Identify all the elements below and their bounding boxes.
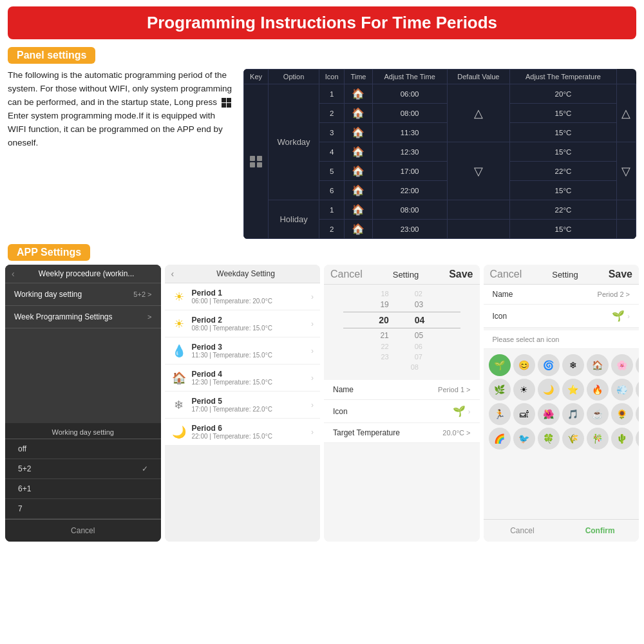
period5-chevron: › [311, 401, 314, 410]
icon-option-18[interactable]: ☕ [587, 403, 609, 425]
name-label: Name [333, 385, 354, 394]
s4-name-label: Name [493, 290, 513, 299]
icon-option-13[interactable]: 🌊 [636, 379, 639, 401]
week-prog-value: > [147, 313, 151, 321]
col-time: Time [345, 70, 372, 84]
period1-icon: ☀ [171, 290, 187, 304]
screen3-header: Cancel Setting Save [324, 265, 480, 285]
icon-option-14[interactable]: 🏃 [489, 403, 511, 425]
screen4-confirm-btn[interactable]: Confirm [561, 520, 639, 542]
period6-item[interactable]: 🌙 Period 6 22:00 | Temperature: 15.0°C › [165, 419, 321, 446]
icon-option-26[interactable]: 🌵 [611, 428, 633, 450]
icon-field[interactable]: Icon 🌱 › [324, 400, 480, 423]
setting-fields: Name Period 1 > Icon 🌱 › Target Temperat… [324, 380, 480, 443]
target-temp-label: Target Temperature [333, 428, 400, 437]
icon-option-3[interactable]: ❄ [562, 354, 584, 376]
period3-item[interactable]: 💧 Period 3 11:30 | Temperature: 15.0°C › [165, 337, 321, 365]
option-6plus1[interactable]: 6+1 [5, 479, 161, 499]
screen3-cancel[interactable]: Cancel [330, 269, 363, 280]
option-7[interactable]: 7 [5, 499, 161, 519]
icon-chevron: › [468, 408, 471, 415]
period3-name: Period 3 [192, 343, 307, 352]
col-key: Key [244, 70, 269, 84]
icon-option-23[interactable]: 🍀 [538, 428, 560, 450]
time-row-23: 2307 [324, 352, 480, 362]
icon-option-7[interactable]: 🌿 [489, 379, 511, 401]
period3-icon: 💧 [171, 344, 187, 358]
time-row-22: 2206 [324, 341, 480, 352]
icon-option-5[interactable]: 🌸 [611, 354, 633, 376]
screen4-cancel-btn[interactable]: Cancel [484, 520, 562, 542]
icon-please-text: Please select an icon [484, 330, 639, 349]
cancel-button[interactable]: Cancel [5, 519, 161, 542]
adjust-down: ▽ [447, 142, 510, 200]
icon-option-24[interactable]: 🌾 [562, 428, 584, 450]
s4-name-field[interactable]: Name Period 2 > [484, 285, 639, 305]
working-day-setting-item[interactable]: Working day setting 5+2 > [5, 283, 161, 306]
schedule-table-wrap: Key Option Icon Time Adjust The Time Def… [243, 69, 636, 239]
icon-option-10[interactable]: ⭐ [562, 379, 584, 401]
row2-time: 08:00 [372, 104, 447, 123]
back-arrow-icon2[interactable]: ‹ [171, 269, 175, 279]
icon-option-9[interactable]: 🌙 [538, 379, 560, 401]
week-programming-item[interactable]: Week Programming Settings > [5, 306, 161, 328]
option-7-label: 7 [18, 504, 23, 513]
period2-name: Period 2 [192, 316, 307, 325]
icon-option-8[interactable]: ☀ [513, 379, 535, 401]
row2-icon: 🏠 [345, 104, 372, 123]
option-off[interactable]: off [5, 439, 161, 459]
option-5plus2-label: 5+2 [18, 464, 31, 473]
row4-icon: 🏠 [345, 142, 372, 162]
icon-option-16[interactable]: 🌺 [538, 403, 560, 425]
icon-option-0[interactable]: 🌱 [489, 354, 511, 376]
period2-item[interactable]: ☀ Period 2 08:00 | Temperature: 15.0°C › [165, 310, 321, 337]
screen3-setting: Cancel Setting Save 1802 1903 2004 2105 … [324, 265, 480, 542]
option-5plus2[interactable]: 5+2 ✓ [5, 459, 161, 479]
period5-item[interactable]: ❄ Period 5 17:00 | Temperature: 22.0°C › [165, 392, 321, 419]
icon-option-1[interactable]: 😊 [513, 354, 535, 376]
icon-option-15[interactable]: 🛋 [513, 403, 535, 425]
target-temp-field[interactable]: Target Temperature 20.0°C > [324, 423, 480, 443]
icon-option-25[interactable]: 🎋 [587, 428, 609, 450]
period1-item[interactable]: ☀ Period 1 06:00 | Temperature: 20.0°C › [165, 283, 321, 310]
row1-num: 1 [319, 84, 345, 104]
name-field[interactable]: Name Period 1 > [324, 380, 480, 400]
page-header: Programming Instructions For Time Period… [8, 6, 636, 39]
period1-chevron: › [311, 292, 314, 301]
icon-option-20[interactable]: 🦋 [636, 403, 639, 425]
icon-option-17[interactable]: 🎵 [562, 403, 584, 425]
icon-option-19[interactable]: 🌻 [611, 403, 633, 425]
icon-option-27[interactable]: 🏔 [636, 428, 639, 450]
h1-time: 08:00 [372, 200, 447, 220]
period6-chevron: › [311, 428, 314, 437]
back-arrow-icon[interactable]: ‹ [12, 269, 15, 279]
time-row-18: 1802 [324, 289, 480, 299]
col-adjust-temp: Adjust The Temperature [510, 70, 617, 84]
option-off-label: off [18, 444, 26, 453]
icon-option-2[interactable]: 🌀 [538, 354, 560, 376]
screen2-header: ‹ Weekday Setting [165, 265, 321, 283]
screen3-save[interactable]: Save [449, 269, 473, 280]
time-picker[interactable]: 1802 1903 2004 2105 2206 2307 08 [324, 285, 480, 376]
h2-default: 15°C [510, 220, 617, 239]
icon-option-21[interactable]: 🌈 [489, 428, 511, 450]
schedule-table: Key Option Icon Time Adjust The Time Def… [243, 69, 636, 239]
col-default: Default Value [447, 70, 510, 84]
time-row-20-active: 2004 [324, 314, 480, 327]
screen1-header: ‹ Weekly procedure (workin... [5, 265, 161, 283]
s4-icon-field[interactable]: Icon 🌱 › [484, 305, 639, 328]
icon-option-22[interactable]: 🐦 [513, 428, 535, 450]
row1-time: 06:00 [372, 84, 447, 104]
app-badge: APP Settings [8, 244, 90, 261]
screen1-weekly: ‹ Weekly procedure (workin... Working da… [5, 265, 161, 542]
icon-option-6[interactable]: 💧 [636, 354, 639, 376]
period4-name: Period 4 [192, 370, 307, 379]
icon-option-11[interactable]: 🔥 [587, 379, 609, 401]
screen4-cancel-header[interactable]: Cancel [490, 269, 522, 280]
icon-option-4[interactable]: 🏠 [587, 354, 609, 376]
screen4-save[interactable]: Save [609, 269, 632, 280]
period4-item[interactable]: 🏠 Period 4 12:30 | Temperature: 15.0°C › [165, 365, 321, 392]
h1-default: 22°C [510, 200, 617, 220]
row3-time: 11:30 [372, 123, 447, 142]
icon-option-12[interactable]: 💨 [611, 379, 633, 401]
